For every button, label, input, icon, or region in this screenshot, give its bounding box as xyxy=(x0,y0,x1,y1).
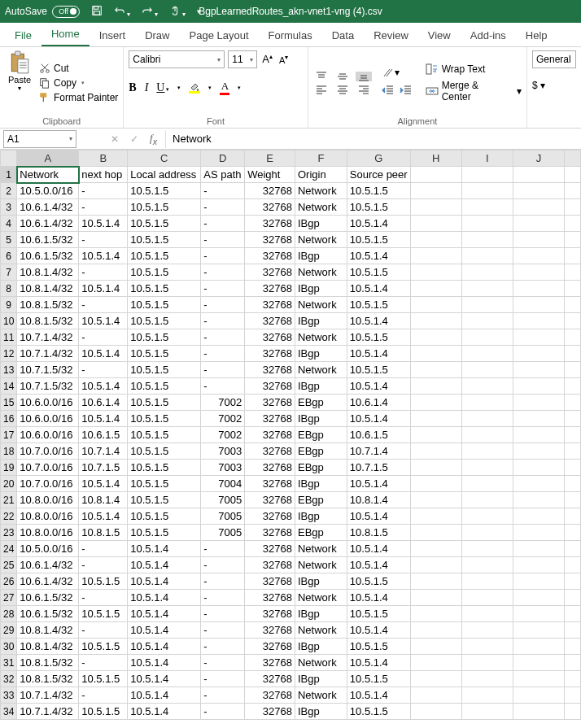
cell[interactable]: Network xyxy=(295,557,347,573)
cell[interactable] xyxy=(513,671,564,687)
decrease-font-icon[interactable]: A▾ xyxy=(277,54,290,65)
font-name-select[interactable]: Calibri▾ xyxy=(129,50,225,68)
cell[interactable]: EBgp xyxy=(295,460,347,476)
tab-addins[interactable]: Add-ins xyxy=(461,24,516,46)
cell[interactable]: 10.5.1.5 xyxy=(128,508,201,525)
cell[interactable]: 10.5.1.4 xyxy=(347,378,410,395)
cell[interactable]: 10.5.1.4 xyxy=(128,671,201,687)
cell[interactable]: 10.8.1.4/32 xyxy=(17,622,79,639)
cell[interactable] xyxy=(565,427,581,443)
row-header[interactable]: 5 xyxy=(1,232,17,248)
cell[interactable]: 10.5.0.0/16 xyxy=(17,183,79,199)
cell[interactable]: 10.5.1.5 xyxy=(128,443,201,460)
italic-button[interactable]: I xyxy=(145,81,149,94)
paste-button[interactable]: Paste ▾ xyxy=(5,50,34,115)
tab-insert[interactable]: Insert xyxy=(90,24,136,46)
cell[interactable]: 32768 xyxy=(245,411,295,427)
cell[interactable]: IBgp xyxy=(295,704,347,720)
cell[interactable]: 10.7.1.4/32 xyxy=(17,329,79,346)
cell[interactable]: 32768 xyxy=(245,687,295,704)
cell[interactable]: 32768 xyxy=(245,622,295,639)
cell[interactable]: IBgp xyxy=(295,476,347,492)
underline-dropdown-icon[interactable]: ▾ xyxy=(164,86,169,92)
fill-color-dropdown-icon[interactable]: ▾ xyxy=(208,85,212,91)
cell[interactable]: 32768 xyxy=(245,606,295,622)
cell[interactable]: 10.5.1.4 xyxy=(79,378,128,395)
cell[interactable]: - xyxy=(201,264,245,281)
cell[interactable]: 10.5.1.4 xyxy=(347,622,410,639)
cell[interactable]: 10.8.1.4 xyxy=(79,492,128,508)
cell[interactable]: 10.5.1.4 xyxy=(128,590,201,606)
cell[interactable]: - xyxy=(201,183,245,199)
cell[interactable]: - xyxy=(79,687,128,704)
cell[interactable]: 32768 xyxy=(245,378,295,395)
cell[interactable]: 7005 xyxy=(201,508,245,525)
cell[interactable] xyxy=(565,297,581,313)
cell[interactable] xyxy=(461,573,513,590)
worksheet-grid[interactable]: ABCDEFGHIJ 1Networknext hopLocal address… xyxy=(0,150,581,720)
cell[interactable]: 10.5.1.4 xyxy=(128,639,201,655)
column-header[interactable]: E xyxy=(245,150,295,167)
copy-button[interactable]: Copy▾ xyxy=(39,77,118,89)
cell[interactable] xyxy=(410,460,461,476)
undo-icon[interactable]: ▾ xyxy=(114,5,130,19)
cell[interactable] xyxy=(461,525,513,541)
cell[interactable]: 10.5.1.5 xyxy=(347,573,410,590)
cell[interactable] xyxy=(513,346,564,362)
row-header[interactable]: 11 xyxy=(1,329,17,346)
cell[interactable]: - xyxy=(201,687,245,704)
cell[interactable]: - xyxy=(201,346,245,362)
cell[interactable] xyxy=(565,622,581,639)
cell[interactable] xyxy=(410,573,461,590)
column-header[interactable] xyxy=(565,150,581,167)
cell[interactable]: 32768 xyxy=(245,704,295,720)
column-header[interactable]: J xyxy=(513,150,564,167)
cell[interactable]: 10.5.1.5 xyxy=(347,671,410,687)
cell[interactable]: 10.5.1.4 xyxy=(347,346,410,362)
cell[interactable]: Local address xyxy=(128,167,201,183)
font-color-button[interactable]: A xyxy=(220,80,229,95)
cell[interactable]: - xyxy=(201,362,245,378)
row-header[interactable]: 30 xyxy=(1,639,17,655)
cell[interactable] xyxy=(565,508,581,525)
cell[interactable] xyxy=(513,460,564,476)
cell[interactable] xyxy=(410,313,461,329)
decrease-indent-button[interactable] xyxy=(382,85,395,98)
cell[interactable]: 10.5.1.4 xyxy=(79,508,128,525)
cell[interactable]: IBgp xyxy=(295,248,347,264)
cell[interactable] xyxy=(410,655,461,671)
column-header[interactable]: F xyxy=(295,150,347,167)
cell[interactable] xyxy=(410,264,461,281)
cell[interactable] xyxy=(513,411,564,427)
cell[interactable]: 10.8.1.5 xyxy=(347,525,410,541)
row-header[interactable]: 29 xyxy=(1,622,17,639)
align-middle-button[interactable] xyxy=(334,72,351,81)
cell[interactable]: 10.5.1.5 xyxy=(347,704,410,720)
cell[interactable]: 10.5.1.4 xyxy=(347,687,410,704)
cell[interactable]: 32768 xyxy=(245,557,295,573)
cell[interactable]: 10.5.1.5 xyxy=(347,362,410,378)
row-header[interactable]: 27 xyxy=(1,590,17,606)
cell[interactable] xyxy=(461,655,513,671)
increase-font-icon[interactable]: A▴ xyxy=(260,53,274,65)
cell[interactable]: 32768 xyxy=(245,297,295,313)
cell[interactable]: 10.8.1.5/32 xyxy=(17,671,79,687)
row-header[interactable]: 19 xyxy=(1,460,17,476)
cell[interactable] xyxy=(513,476,564,492)
cell[interactable]: Network xyxy=(295,183,347,199)
cell[interactable] xyxy=(565,476,581,492)
cell[interactable]: 32768 xyxy=(245,573,295,590)
cell[interactable] xyxy=(461,541,513,557)
cell[interactable]: 10.7.1.5 xyxy=(79,460,128,476)
cell[interactable] xyxy=(513,655,564,671)
cell[interactable]: 32768 xyxy=(245,639,295,655)
cell[interactable] xyxy=(461,264,513,281)
column-header[interactable]: I xyxy=(461,150,513,167)
cell[interactable]: 32768 xyxy=(245,460,295,476)
cell[interactable] xyxy=(565,346,581,362)
cell[interactable] xyxy=(410,395,461,411)
cell[interactable]: 10.5.1.5 xyxy=(79,639,128,655)
cell[interactable]: 10.8.0.0/16 xyxy=(17,508,79,525)
cell[interactable]: Network xyxy=(295,264,347,281)
tab-view[interactable]: View xyxy=(418,24,461,46)
